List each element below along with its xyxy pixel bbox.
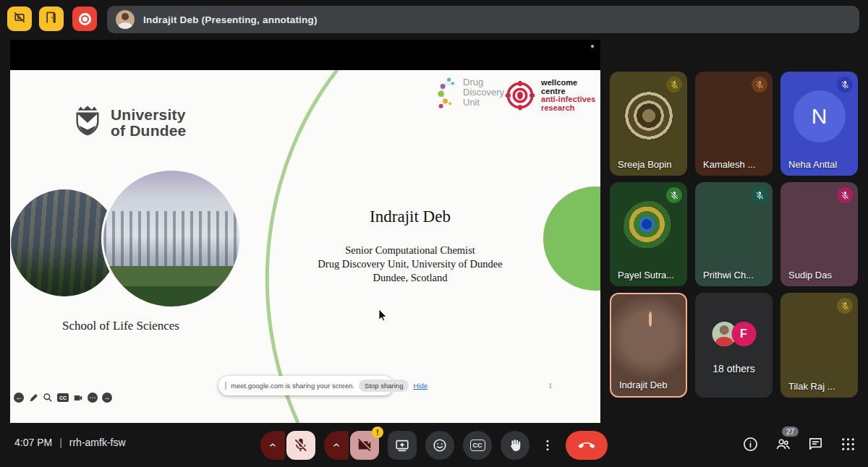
participant-name: Sudip Das bbox=[788, 270, 832, 280]
mic-off-icon bbox=[670, 80, 679, 90]
present-screen-button[interactable] bbox=[388, 431, 417, 460]
end-call-button[interactable] bbox=[566, 431, 608, 460]
mic-off-badge bbox=[752, 77, 767, 93]
mic-off-badge bbox=[837, 187, 853, 203]
participant-name: Indrajit Deb bbox=[619, 380, 667, 390]
annotation-toggle-button[interactable] bbox=[7, 7, 32, 31]
participant-tile-kamalesh[interactable]: Kamalesh ... bbox=[695, 72, 773, 176]
info-icon bbox=[742, 436, 759, 453]
prev-slide-button[interactable]: ← bbox=[14, 393, 24, 403]
annotation-off-icon bbox=[12, 10, 27, 27]
screen-indicator-dot bbox=[591, 45, 594, 48]
wc-text-line1: wellcome bbox=[541, 79, 595, 87]
camera-control-group: ! bbox=[324, 431, 379, 460]
avatar bbox=[624, 90, 674, 141]
stop-sharing-button[interactable]: Stop sharing bbox=[359, 380, 409, 392]
presenter-pill[interactable]: Indrajit Deb (Presenting, annotating) bbox=[107, 6, 859, 33]
camera-alert-badge: ! bbox=[372, 427, 383, 438]
uod-text-line1: University bbox=[111, 107, 186, 123]
mic-off-badge bbox=[837, 77, 853, 93]
mic-off-icon bbox=[841, 301, 850, 311]
camera-options-chevron[interactable] bbox=[324, 431, 349, 460]
top-bar: Indrajit Deb (Presenting, annotating) bbox=[0, 0, 868, 40]
group-avatars: F bbox=[712, 322, 756, 346]
emoji-icon bbox=[432, 437, 448, 453]
participant-count-badge: 27 bbox=[782, 427, 799, 437]
ddu-text-line1: Drug bbox=[463, 77, 504, 87]
wc-text-line4: research bbox=[541, 104, 595, 113]
slide-subtitle-line2: Drug Discovery Unit, University of Dunde… bbox=[269, 257, 551, 271]
mic-off-icon bbox=[293, 437, 309, 453]
participant-tile-others[interactable]: F 18 others bbox=[695, 293, 773, 398]
captions-button[interactable]: CC bbox=[463, 431, 492, 460]
camera-toggle-button[interactable]: ! bbox=[350, 431, 379, 460]
participant-tile-tilak[interactable]: Tilak Raj ... bbox=[780, 293, 858, 398]
mic-mute-button[interactable] bbox=[286, 431, 315, 460]
leave-room-button[interactable] bbox=[39, 7, 64, 31]
chat-panel-button[interactable] bbox=[807, 436, 824, 453]
camera-tool-icon[interactable] bbox=[73, 393, 83, 403]
uod-text-line2: of Dundee bbox=[111, 123, 186, 139]
mic-off-icon bbox=[755, 191, 765, 200]
meta-divider: | bbox=[59, 437, 62, 448]
participant-tile-prithwi[interactable]: Prithwi Ch... bbox=[695, 182, 773, 286]
reactions-button[interactable] bbox=[425, 431, 454, 460]
others-count-label: 18 others bbox=[695, 363, 773, 374]
presenter-label: Indrajit Deb (Presenting, annotating) bbox=[143, 14, 318, 25]
cc-icon: CC bbox=[470, 440, 485, 451]
participant-tile-sreeja[interactable]: Sreeja Bopin bbox=[610, 72, 687, 176]
mic-off-badge bbox=[837, 298, 853, 314]
slide-captions-button[interactable]: CC bbox=[57, 393, 69, 402]
participant-tile-neha[interactable]: N Neha Anttal bbox=[780, 72, 858, 176]
slide-subtitle-line1: Senior Computational Chemist bbox=[269, 244, 551, 257]
participant-name: Payel Sutra... bbox=[618, 270, 674, 280]
zoom-tool-icon[interactable] bbox=[43, 393, 53, 403]
wellcome-centre-logo: wellcome centre anti-infectives research bbox=[505, 79, 595, 112]
apps-grid-icon bbox=[840, 436, 856, 453]
participant-tile-payel[interactable]: Payel Sutra... bbox=[610, 182, 687, 286]
wellcome-target-icon bbox=[505, 80, 535, 111]
participant-name: Prithwi Ch... bbox=[703, 270, 754, 280]
recording-button[interactable] bbox=[72, 7, 97, 31]
participant-tile-indrajit[interactable]: Indrajit Deb bbox=[610, 293, 687, 398]
right-panel-buttons: 27 bbox=[742, 436, 856, 453]
avatar-initial: N bbox=[793, 90, 846, 142]
more-vert-icon bbox=[540, 438, 555, 453]
more-options-button[interactable] bbox=[538, 431, 557, 460]
presenter-avatar bbox=[116, 10, 135, 29]
meeting-details-button[interactable] bbox=[742, 436, 759, 453]
participants-panel-button[interactable]: 27 bbox=[775, 436, 791, 453]
mic-off-badge bbox=[752, 187, 767, 203]
next-slide-button[interactable]: → bbox=[102, 393, 112, 403]
raise-hand-button[interactable] bbox=[501, 431, 529, 460]
wc-text-line3: anti-infectives bbox=[541, 95, 595, 104]
raise-hand-icon bbox=[507, 437, 523, 453]
avatar bbox=[624, 201, 674, 252]
share-banner-message: meet.google.com is sharing your screen. bbox=[231, 382, 354, 390]
participant-name: Neha Anttal bbox=[788, 159, 837, 170]
ddu-text-line3: Unit bbox=[463, 98, 504, 108]
mic-off-icon bbox=[755, 80, 765, 90]
mic-options-chevron[interactable] bbox=[260, 431, 285, 460]
participants-grid: Sreeja Bopin Kamalesh ... N Neha Anttal … bbox=[610, 72, 858, 398]
molecule-icon bbox=[435, 74, 460, 111]
pen-tool-icon[interactable] bbox=[28, 393, 38, 403]
ddu-text-line2: Discovery bbox=[463, 87, 504, 98]
people-icon bbox=[775, 436, 791, 453]
slide-page-number: 1 bbox=[548, 381, 553, 390]
slide-toolbar: ← CC ⋯ → bbox=[14, 393, 112, 403]
chat-icon bbox=[807, 436, 824, 453]
call-controls: ! CC bbox=[260, 431, 608, 460]
avatar-initial: F bbox=[731, 322, 756, 346]
drag-handle-icon[interactable] bbox=[225, 382, 226, 390]
hide-banner-link[interactable]: Hide bbox=[413, 382, 427, 390]
screen-share-banner: meet.google.com is sharing your screen. … bbox=[218, 376, 393, 395]
slide-subtitle: Senior Computational Chemist Drug Discov… bbox=[269, 244, 551, 285]
activities-button[interactable] bbox=[840, 436, 856, 453]
participant-tile-sudip[interactable]: Sudip Das bbox=[780, 182, 858, 286]
mic-off-icon bbox=[670, 191, 679, 200]
more-tools-button[interactable]: ⋯ bbox=[88, 393, 98, 403]
meeting-code: rrh-amfk-fsw bbox=[69, 437, 126, 448]
chevron-up-icon bbox=[268, 440, 278, 450]
end-call-icon bbox=[578, 437, 595, 454]
